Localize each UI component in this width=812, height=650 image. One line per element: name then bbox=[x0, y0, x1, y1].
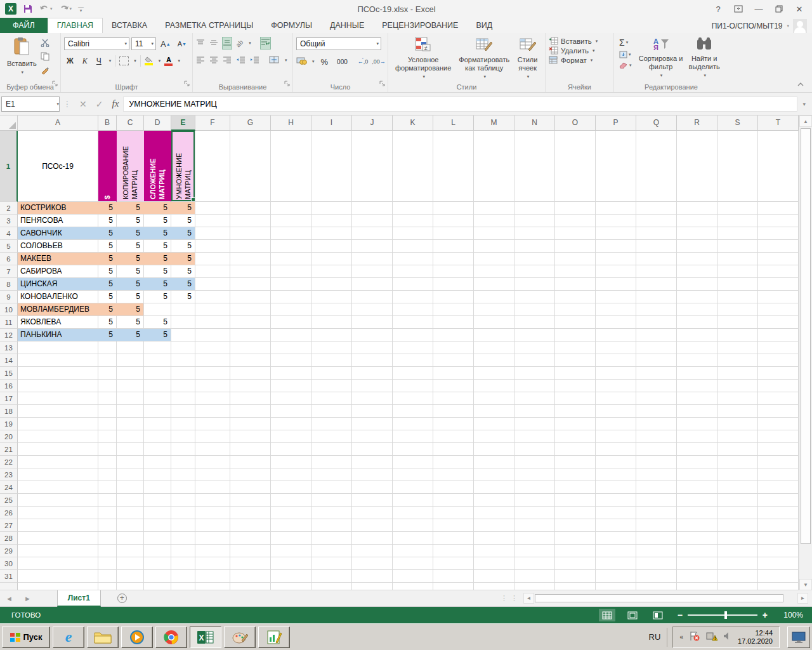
cell-I18[interactable] bbox=[311, 405, 352, 418]
dropdown-arrow-icon[interactable]: ▾ bbox=[285, 58, 287, 63]
cut-button[interactable] bbox=[41, 38, 50, 50]
cell-I6[interactable] bbox=[311, 253, 352, 265]
cell-E18[interactable] bbox=[171, 405, 195, 418]
cell-R6[interactable] bbox=[677, 253, 717, 265]
cell-L2[interactable] bbox=[433, 202, 474, 215]
cell-K22[interactable] bbox=[393, 456, 433, 468]
sort-filter-button[interactable]: АЯ Сортировка и фильтр ▾ bbox=[638, 36, 683, 81]
scroll-up-button[interactable]: ▲ bbox=[799, 116, 812, 127]
cell-A18[interactable] bbox=[18, 405, 98, 418]
cell-D2[interactable]: 5 bbox=[144, 202, 171, 215]
ribbon-tab-7[interactable]: РЕЦЕНЗИРОВАНИЕ bbox=[373, 18, 467, 33]
cell-H12[interactable] bbox=[271, 329, 311, 342]
cell-Q2[interactable] bbox=[636, 202, 677, 215]
cell-N3[interactable] bbox=[514, 215, 555, 227]
fill-handle[interactable] bbox=[191, 197, 195, 202]
cell-I5[interactable] bbox=[311, 240, 352, 253]
tab-scrollbar-splitter[interactable]: ⋮ ⋮ bbox=[501, 594, 523, 602]
cell-N18[interactable] bbox=[514, 405, 555, 418]
cell-G4[interactable] bbox=[230, 227, 271, 240]
column-header-M[interactable]: M bbox=[474, 116, 514, 131]
cell-R29[interactable] bbox=[677, 545, 717, 557]
cell-E19[interactable] bbox=[171, 418, 195, 430]
cell-R8[interactable] bbox=[677, 278, 717, 291]
cell-C16[interactable] bbox=[117, 380, 144, 392]
cell-K15[interactable] bbox=[393, 367, 433, 380]
cell-L3[interactable] bbox=[433, 215, 474, 227]
next-sheet-button[interactable]: ► bbox=[18, 595, 37, 602]
dropdown-arrow-icon[interactable]: ▾ bbox=[152, 41, 154, 46]
cell-G21[interactable] bbox=[230, 443, 271, 456]
cell-T12[interactable] bbox=[758, 329, 799, 342]
cell-E22[interactable] bbox=[171, 456, 195, 468]
cell-D20[interactable] bbox=[144, 430, 171, 443]
cell-K2[interactable] bbox=[393, 202, 433, 215]
collapse-ribbon-button[interactable] bbox=[797, 78, 804, 90]
expand-formula-bar-button[interactable]: ▾ bbox=[797, 101, 811, 107]
redo-button[interactable]: ▾ bbox=[59, 4, 72, 13]
decrease-decimal-button[interactable]: ,00→ bbox=[372, 58, 386, 65]
cell-K1[interactable] bbox=[393, 131, 433, 202]
cell-N28[interactable] bbox=[514, 532, 555, 545]
cell-G12[interactable] bbox=[230, 329, 271, 342]
undo-button[interactable]: ▾ bbox=[39, 4, 53, 13]
row-header-17[interactable]: 17 bbox=[0, 392, 18, 405]
cell-C13[interactable] bbox=[117, 342, 144, 354]
cell-N26[interactable] bbox=[514, 507, 555, 519]
cell-M13[interactable] bbox=[474, 342, 514, 354]
column-header-Q[interactable]: Q bbox=[636, 116, 677, 131]
cell-H7[interactable] bbox=[271, 265, 311, 278]
cell-S15[interactable] bbox=[717, 367, 758, 380]
cell-C24[interactable] bbox=[117, 481, 144, 494]
minimize-button[interactable]: — bbox=[750, 2, 768, 16]
cell-L1[interactable] bbox=[433, 131, 474, 202]
cell-P3[interactable] bbox=[596, 215, 636, 227]
cell-L14[interactable] bbox=[433, 354, 474, 367]
cell-N25[interactable] bbox=[514, 494, 555, 507]
column-header-F[interactable]: F bbox=[195, 116, 230, 131]
cell-H31[interactable] bbox=[271, 570, 311, 583]
cell-Q23[interactable] bbox=[636, 468, 677, 481]
cell-E3[interactable]: 5 bbox=[171, 215, 195, 227]
cell-T22[interactable] bbox=[758, 456, 799, 468]
cell-O2[interactable] bbox=[555, 202, 596, 215]
action-center-flag-icon[interactable] bbox=[689, 631, 700, 644]
cell-D7[interactable]: 5 bbox=[144, 265, 171, 278]
cell-L19[interactable] bbox=[433, 418, 474, 430]
paste-button[interactable]: Вставить ▾ bbox=[3, 36, 41, 77]
cell-Q29[interactable] bbox=[636, 545, 677, 557]
cell-M14[interactable] bbox=[474, 354, 514, 367]
cell-T8[interactable] bbox=[758, 278, 799, 291]
cell-T24[interactable] bbox=[758, 481, 799, 494]
cell-G16[interactable] bbox=[230, 380, 271, 392]
cell-P19[interactable] bbox=[596, 418, 636, 430]
cell-Q17[interactable] bbox=[636, 392, 677, 405]
cell-L31[interactable] bbox=[433, 570, 474, 583]
cell-F8[interactable] bbox=[195, 278, 230, 291]
start-button[interactable]: Пуск bbox=[2, 627, 50, 648]
cell-F24[interactable] bbox=[195, 481, 230, 494]
tray-clock[interactable]: 12:44 17.02.2020 bbox=[738, 629, 773, 646]
cell-E14[interactable] bbox=[171, 354, 195, 367]
row-header-8[interactable]: 8 bbox=[0, 278, 18, 291]
cell-O4[interactable] bbox=[555, 227, 596, 240]
align-left-button[interactable] bbox=[196, 55, 205, 66]
scroll-down-button[interactable]: ▼ bbox=[799, 579, 812, 590]
cell-R19[interactable] bbox=[677, 418, 717, 430]
cell-J6[interactable] bbox=[352, 253, 393, 265]
cell-P9[interactable] bbox=[596, 291, 636, 303]
cell-E17[interactable] bbox=[171, 392, 195, 405]
column-header-O[interactable]: O bbox=[555, 116, 596, 131]
cell-H29[interactable] bbox=[271, 545, 311, 557]
cell-K24[interactable] bbox=[393, 481, 433, 494]
cell-J31[interactable] bbox=[352, 570, 393, 583]
cell-I21[interactable] bbox=[311, 443, 352, 456]
cell-M22[interactable] bbox=[474, 456, 514, 468]
cell-Q9[interactable] bbox=[636, 291, 677, 303]
cell-O3[interactable] bbox=[555, 215, 596, 227]
cell-Q1[interactable] bbox=[636, 131, 677, 202]
cell-K29[interactable] bbox=[393, 545, 433, 557]
ribbon-tab-1[interactable]: ФАЙЛ bbox=[0, 18, 48, 33]
cell-C28[interactable] bbox=[117, 532, 144, 545]
cell-F28[interactable] bbox=[195, 532, 230, 545]
